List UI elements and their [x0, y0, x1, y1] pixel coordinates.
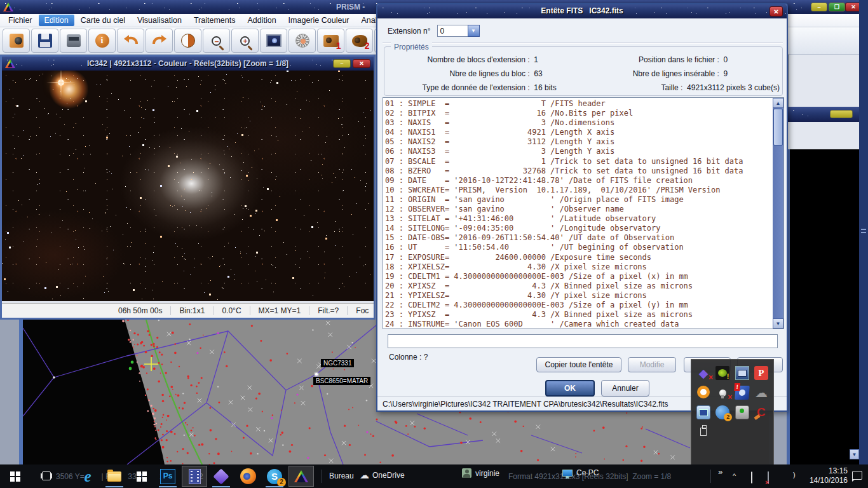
- image-preview-icon: [266, 34, 281, 47]
- alert-badge-icon[interactable]: [735, 386, 750, 400]
- menu-carte-du-ciel[interactable]: Carte du ciel: [75, 15, 131, 26]
- image-minimize-button[interactable]: –: [333, 59, 351, 68]
- image-window-titlebar[interactable]: IC342 | 4921x3112 - Couleur - Réels(32bi…: [2, 57, 374, 71]
- floppy-save-icon: [38, 34, 52, 48]
- clock-date: 14/10/2016: [802, 476, 848, 485]
- camera-2-button[interactable]: 2: [346, 29, 373, 53]
- info-button[interactable]: i: [88, 29, 116, 53]
- chart-object-label: BSC8650=MATAR: [313, 377, 370, 385]
- contrast-icon: [181, 34, 195, 48]
- menu-fichier[interactable]: Fichier: [3, 15, 38, 26]
- toolbar-overflow-chevron[interactable]: »: [718, 467, 722, 477]
- header-edit-input[interactable]: [388, 334, 778, 348]
- gem-icon: [213, 468, 229, 484]
- main-restore-button[interactable]: ❐: [829, 3, 845, 11]
- property-field: Type de donnée de l'extension : 16 bits: [387, 83, 607, 92]
- modify-button[interactable]: Modifie: [628, 357, 676, 372]
- zoom-out-button[interactable]: [203, 29, 230, 53]
- scroll-down-arrow[interactable]: ▼: [773, 318, 783, 329]
- image-preview-button[interactable]: [260, 29, 287, 53]
- start-button[interactable]: [0, 464, 29, 488]
- fits-header-line: 14 : SITELONG= '-09:04:35:00 ' /Longitud…: [385, 224, 783, 233]
- menu-traitements[interactable]: Traitements: [188, 15, 241, 26]
- ccleaner-icon[interactable]: C: [754, 405, 768, 419]
- vertical-scrollbar[interactable]: [859, 0, 868, 464]
- acquisition-setup-button[interactable]: [60, 29, 87, 53]
- taskbar-skype[interactable]: S2: [262, 466, 287, 487]
- tray-battery-icon[interactable]: [751, 472, 752, 484]
- background-minimize-button[interactable]: [830, 110, 853, 118]
- orange-ring-icon[interactable]: [697, 386, 710, 398]
- dialog-close-button[interactable]: ✕: [770, 6, 783, 17]
- scroll-up-arrow[interactable]: ▲: [773, 98, 783, 108]
- menu-imagerie-couleur[interactable]: Imagerie Couleur: [283, 15, 355, 26]
- taskbar-purple-gem[interactable]: [208, 466, 234, 487]
- fits-header-line: 12 : OBSERVER= 'san gavino ' /Observer n…: [385, 205, 783, 214]
- clock-time: 13:15: [802, 466, 848, 476]
- fits-header-line: 19 : CDELTM1 = 4.30000000000000000E-003 …: [385, 272, 783, 281]
- turbine-button[interactable]: [288, 29, 316, 53]
- copy-header-button[interactable]: Copier toute l'entête: [536, 357, 621, 372]
- undo-button[interactable]: [117, 29, 144, 53]
- dialog-titlebar[interactable]: Entête FITS IC342.fits ✕: [377, 4, 787, 18]
- desktop: PRISM - – ❐ ✕ FichierEditionCarte du cie…: [0, 0, 868, 488]
- taskbar-edge[interactable]: e: [75, 466, 100, 487]
- nvidia-settings-icon[interactable]: [715, 366, 729, 380]
- taskbar-store[interactable]: [128, 466, 154, 487]
- contrast-button[interactable]: [174, 29, 201, 53]
- tray-network-error-icon[interactable]: [768, 472, 769, 484]
- zoom-in-button[interactable]: [231, 29, 259, 53]
- cepc-toolbar-item[interactable]: Ce PC: [562, 468, 599, 477]
- extension-select-value[interactable]: 0: [437, 25, 468, 37]
- user-toolbar-item[interactable]: virginie: [462, 468, 499, 478]
- show-hidden-icons-button[interactable]: ^: [733, 473, 736, 479]
- network-computer-icon[interactable]: [696, 405, 710, 419]
- camera-1-button[interactable]: 1: [317, 29, 344, 53]
- red-p-icon[interactable]: P: [754, 366, 768, 380]
- taskbar-video-editor[interactable]: [182, 466, 207, 487]
- action-center-icon[interactable]: [852, 471, 862, 480]
- onedrive-item[interactable]: ☁ OneDrive: [360, 470, 405, 481]
- galaxy-image[interactable]: [2, 71, 374, 301]
- skype-icon: S2: [267, 469, 282, 484]
- fits-header-list[interactable]: 01 : SIMPLE = T /FITS header02 : BITPIX …: [383, 97, 784, 329]
- extension-dropdown-arrow-icon[interactable]: ▼: [468, 25, 480, 37]
- bulb-error-icon[interactable]: ×: [715, 386, 729, 400]
- folder-icon: [107, 471, 121, 482]
- task-view-button[interactable]: [38, 468, 55, 484]
- ok-button[interactable]: OK: [545, 380, 595, 396]
- properties-groupbox: Propriétés Nombre de blocs d'extension :…: [384, 46, 783, 96]
- bureau-toolbar-label[interactable]: Bureau: [329, 471, 354, 480]
- open-file-button[interactable]: [3, 29, 30, 53]
- scrollbar-thumb[interactable]: [773, 109, 783, 146]
- image-close-button[interactable]: ✕: [353, 59, 370, 68]
- taskbar-photoshop[interactable]: Ps: [155, 466, 180, 487]
- taskbar-clock[interactable]: 13:15 14/10/2016: [802, 466, 848, 485]
- touchpad-icon[interactable]: [735, 405, 749, 419]
- cloud-gray-icon[interactable]: ☁: [754, 386, 768, 400]
- scroll-down-arrow[interactable]: ▼: [850, 449, 859, 459]
- usb-device-icon[interactable]: [700, 428, 707, 436]
- badge-2-icon[interactable]: [715, 405, 729, 419]
- taskbar-firefox[interactable]: [235, 466, 261, 487]
- dialog-title: Entête FITS IC342.fits: [377, 6, 787, 15]
- list-scrollbar[interactable]: ▲ ▼: [773, 98, 783, 329]
- taskbar-explorer[interactable]: [102, 466, 127, 487]
- taskbar-prism[interactable]: [288, 466, 314, 487]
- image-status-bar: 06h 50m 00sBin:1x10.0°CMX=1 MY=1Filt.=?F…: [2, 303, 374, 318]
- status-cell: MX=1 MY=1: [250, 306, 309, 315]
- gem-error-icon[interactable]: ◆×: [696, 366, 710, 380]
- menu-addition[interactable]: Addition: [241, 15, 281, 26]
- menu-visualisation[interactable]: Visualisation: [132, 15, 187, 26]
- status-cell: Filt.=?: [309, 306, 347, 315]
- redo-button[interactable]: [146, 29, 173, 53]
- fits-header-line: 05 : NAXIS2 = 3112 /Length Y axis: [385, 137, 783, 147]
- save-button[interactable]: [31, 29, 58, 53]
- display-window-icon[interactable]: [735, 366, 749, 380]
- cancel-button[interactable]: Annuler: [601, 380, 649, 396]
- starfield: [2, 71, 3, 71]
- main-minimize-button[interactable]: –: [811, 3, 827, 11]
- menu-edition[interactable]: Edition: [39, 15, 74, 26]
- main-window-title: PRISM -: [336, 3, 365, 11]
- property-field: Nombre de blocs d'extension : 1: [387, 55, 607, 64]
